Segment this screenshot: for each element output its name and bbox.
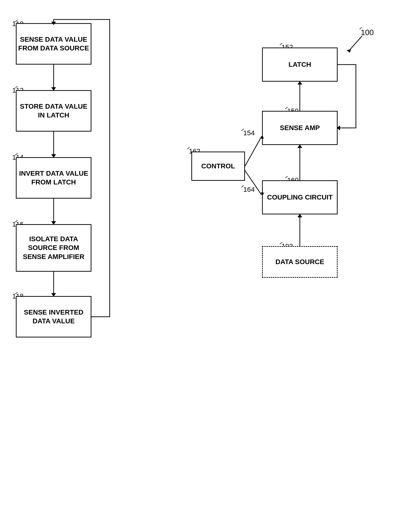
svg-line-29 bbox=[285, 176, 288, 178]
svg-marker-5 bbox=[51, 221, 56, 225]
svg-line-25 bbox=[15, 220, 18, 222]
diagram-svg bbox=[0, 0, 420, 518]
svg-line-27 bbox=[280, 43, 282, 45]
svg-line-26 bbox=[15, 292, 18, 294]
svg-line-18 bbox=[245, 136, 262, 166]
svg-marker-8 bbox=[51, 22, 56, 25]
svg-marker-7 bbox=[51, 293, 56, 297]
svg-line-28 bbox=[285, 107, 288, 109]
svg-line-34 bbox=[360, 27, 362, 29]
svg-marker-19 bbox=[260, 135, 264, 139]
svg-marker-15 bbox=[337, 125, 340, 130]
svg-line-24 bbox=[15, 153, 18, 155]
svg-marker-12 bbox=[297, 81, 302, 85]
svg-line-31 bbox=[280, 242, 282, 244]
svg-marker-1 bbox=[51, 87, 56, 91]
svg-marker-3 bbox=[51, 154, 56, 158]
svg-line-22 bbox=[15, 20, 18, 22]
svg-line-30 bbox=[187, 147, 190, 149]
svg-line-16 bbox=[349, 36, 362, 51]
svg-marker-10 bbox=[297, 144, 302, 148]
svg-marker-17 bbox=[347, 49, 351, 53]
svg-line-33 bbox=[241, 185, 244, 187]
svg-marker-14 bbox=[297, 214, 302, 217]
svg-line-23 bbox=[15, 86, 18, 88]
diagram-container: 110 SENSE DATA VALUE FROM DATA SOURCE 11… bbox=[0, 0, 420, 518]
svg-line-32 bbox=[241, 129, 244, 131]
svg-line-20 bbox=[245, 171, 262, 195]
